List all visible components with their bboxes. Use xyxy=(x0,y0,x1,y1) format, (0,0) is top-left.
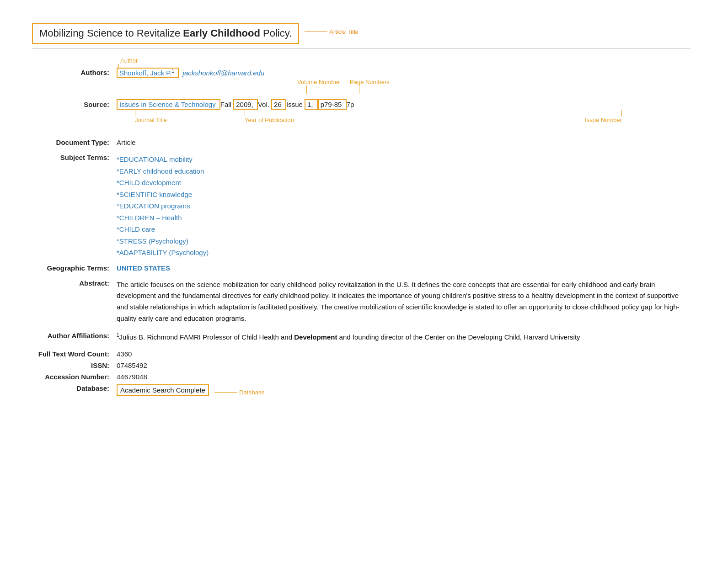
geographic-term-value: UNITED States xyxy=(117,264,691,272)
issue-anno-group: Issue Number xyxy=(585,110,636,123)
title-divider xyxy=(32,48,691,49)
page-anno-group: Page Numbers xyxy=(350,79,390,94)
source-issue: 1, xyxy=(307,101,313,108)
authors-label: Authors: xyxy=(32,69,117,77)
subject-term-link[interactable]: *STRESS (Psychology) xyxy=(117,237,188,245)
issn-row: ISSN: 07485492 xyxy=(32,361,691,369)
issue-annotation: Issue Number xyxy=(585,117,622,123)
accession-value: 44679048 xyxy=(117,373,691,381)
article-title-annotation-line: Article Title xyxy=(305,23,359,35)
source-label: Source: xyxy=(32,101,117,108)
list-item[interactable]: *ADAPTABILITY (Psychology) xyxy=(117,247,691,259)
abstract-text: The article focuses on the science mobil… xyxy=(117,279,691,324)
accession-label: Accession Number: xyxy=(32,373,117,381)
database-row: Database: Academic Search Complete Datab… xyxy=(32,384,691,396)
subject-term-link[interactable]: *CHILDREN – Health xyxy=(117,214,182,222)
article-title-bold: Early Childhood xyxy=(183,27,260,39)
database-value: Academic Search Complete xyxy=(120,386,205,394)
article-title-end: Policy. xyxy=(260,27,292,39)
list-item[interactable]: *EARLY childhood education xyxy=(117,165,691,177)
word-count-label: Full Text Word Count: xyxy=(32,350,117,358)
database-content: Academic Search Complete Database xyxy=(117,384,691,396)
author-annotation-row: Author xyxy=(32,57,691,68)
author-name-link[interactable]: Shonkoff, Jack P. xyxy=(119,69,172,77)
source-vol: 26 xyxy=(274,101,282,108)
page-container: Mobilizing Science to Revitalize Early C… xyxy=(18,14,704,409)
subject-term-link[interactable]: *EDUCATIONAL mobility xyxy=(117,155,193,163)
list-item[interactable]: *EDUCATION programs xyxy=(117,200,691,212)
doc-type-row: Document Type: Article xyxy=(32,138,691,146)
annotation-horiz-line xyxy=(305,32,327,32)
subject-terms-list: *EDUCATIONAL mobility*EARLY childhood ed… xyxy=(117,154,691,259)
list-item[interactable]: *STRESS (Psychology) xyxy=(117,235,691,247)
affiliation-bold: Development xyxy=(294,333,337,341)
subject-terms-label: Subject Terms: xyxy=(32,154,117,259)
database-annotation: Database xyxy=(239,389,265,396)
author-superscript: 1 xyxy=(172,69,175,74)
subject-term-link[interactable]: *CHILD care xyxy=(117,225,155,233)
subject-terms-content: *EDUCATIONAL mobility*EARLY childhood ed… xyxy=(117,154,691,259)
source-vol-label: Vol. xyxy=(258,101,271,108)
affiliation-text-before: Julius B. Richmond FAMRI Professor of Ch… xyxy=(119,333,294,341)
database-label: Database: xyxy=(32,384,117,396)
database-box: Academic Search Complete xyxy=(117,384,209,396)
subject-term-link[interactable]: *EARLY childhood education xyxy=(117,167,204,175)
geographic-term[interactable]: UNITED States xyxy=(117,264,170,272)
subject-term-link[interactable]: *CHILD development xyxy=(117,179,181,186)
subject-terms-row: Subject Terms: *EDUCATIONAL mobility*EAR… xyxy=(32,154,691,259)
source-length: 7p xyxy=(347,101,354,108)
geographic-terms-label: Geographic Terms: xyxy=(32,264,117,272)
affiliation-text-after: and founding director of the Center on t… xyxy=(337,333,580,341)
issn-label: ISSN: xyxy=(32,361,117,369)
list-item[interactable]: *SCIENTIFIC knowledge xyxy=(117,189,691,201)
page-annotation: Page Numbers xyxy=(350,79,390,85)
source-pages: p79-85 xyxy=(321,101,342,108)
doc-type-label: Document Type: xyxy=(32,138,117,146)
list-item[interactable]: *EDUCATIONAL mobility xyxy=(117,154,691,165)
source-issue-label: Issue xyxy=(286,101,305,108)
affiliations-content: 1Julius B. Richmond FAMRI Professor of C… xyxy=(117,332,691,343)
source-vol-box: 26 xyxy=(271,99,286,110)
author-annotation-label: Author xyxy=(120,57,138,64)
source-issue-box: 1, xyxy=(305,99,318,110)
journal-title-link[interactable]: Issues in Science & Technology xyxy=(119,101,216,108)
author-name-box: Shonkoff, Jack P.1 xyxy=(117,68,179,78)
volume-anno-group: Volume Number xyxy=(297,79,340,94)
list-item[interactable]: *CHILD care xyxy=(117,223,691,235)
volume-annotation: Volume Number xyxy=(297,79,340,85)
article-title-normal: Mobilizing Science to Revitalize xyxy=(39,27,183,39)
source-season: Fall xyxy=(220,101,231,108)
journal-title-box: Issues in Science & Technology xyxy=(117,99,220,110)
word-count-row: Full Text Word Count: 4360 xyxy=(32,350,691,358)
list-item[interactable]: *CHILD development xyxy=(117,177,691,189)
subject-term-link[interactable]: *ADAPTABILITY (Psychology) xyxy=(117,249,209,256)
subject-term-link[interactable]: *EDUCATION programs xyxy=(117,202,190,210)
abstract-row: Abstract: The article focuses on the sci… xyxy=(32,279,691,324)
article-title-annotation: Article Title xyxy=(329,28,359,35)
source-pages-box: p79-85 xyxy=(318,99,347,110)
list-item[interactable]: *CHILDREN – Health xyxy=(117,212,691,224)
source-row: Source: Issues in Science & Technology F… xyxy=(32,101,691,108)
accession-row: Accession Number: 44679048 xyxy=(32,373,691,381)
doc-type-value: Article xyxy=(117,138,691,146)
journal-title-annotation: Journal Title xyxy=(135,117,167,123)
authors-content: Shonkoff, Jack P.1 jackshonkoff@harvard.… xyxy=(117,69,691,77)
word-count-value: 4360 xyxy=(117,350,691,358)
author-email: jackshonkoff@harvard.edu xyxy=(183,69,265,77)
source-year-box: 2009, xyxy=(233,99,258,110)
year-annotation: Year of Publication xyxy=(245,117,294,123)
source-year: 2009, xyxy=(236,101,253,108)
source-anno-container: Journal Title Year of Publication Issue … xyxy=(117,110,691,134)
issn-value: 07485492 xyxy=(117,361,691,369)
affiliations-label: Author Affiliations: xyxy=(32,332,117,343)
source-content: Issues in Science & Technology Fall 2009… xyxy=(117,101,691,108)
year-anno-group: Year of Publication xyxy=(240,110,294,123)
subject-term-link[interactable]: *SCIENTIFIC knowledge xyxy=(117,191,192,198)
geographic-terms-row: Geographic Terms: UNITED States xyxy=(32,264,691,272)
abstract-label: Abstract: xyxy=(32,279,117,324)
affiliations-row: Author Affiliations: 1Julius B. Richmond… xyxy=(32,332,691,343)
article-title-box: Mobilizing Science to Revitalize Early C… xyxy=(32,23,299,44)
vol-page-annotation-row: Volume Number Page Numbers xyxy=(32,79,691,101)
title-section: Mobilizing Science to Revitalize Early C… xyxy=(32,23,691,44)
source-annotation-row: Journal Title Year of Publication Issue … xyxy=(32,110,691,134)
